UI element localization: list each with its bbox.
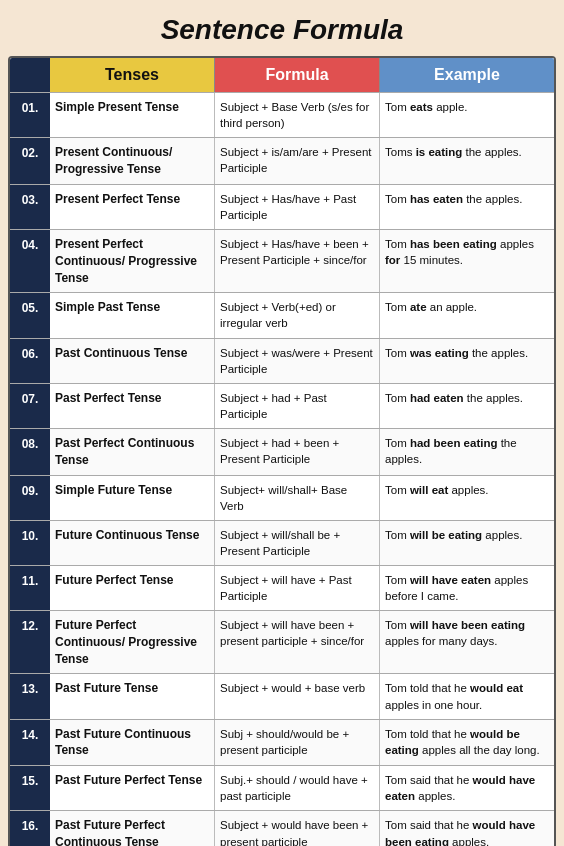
cell-example: Tom said that he would have been eating … <box>380 811 554 846</box>
table-row: 06.Past Continuous TenseSubject + was/we… <box>10 338 554 383</box>
cell-tense: Present Perfect Tense <box>50 185 215 229</box>
cell-formula: Subject + would + base verb <box>215 674 380 718</box>
table-row: 12.Future Perfect Continuous/ Progressiv… <box>10 610 554 673</box>
table-row: 15.Past Future Perfect TenseSubj.+ shoul… <box>10 765 554 810</box>
main-table: Tenses Formula Example 01.Simple Present… <box>8 56 556 846</box>
cell-formula: Subject + was/were + Present Participle <box>215 339 380 383</box>
table-row: 02.Present Continuous/ Progressive Tense… <box>10 137 554 184</box>
cell-number: 01. <box>10 93 50 137</box>
cell-tense: Simple Present Tense <box>50 93 215 137</box>
cell-tense: Past Perfect Continuous Tense <box>50 429 215 475</box>
header-formula: Formula <box>215 58 380 92</box>
cell-example: Tom said that he would have eaten apples… <box>380 766 554 810</box>
cell-example: Tom has eaten the apples. <box>380 185 554 229</box>
cell-number: 12. <box>10 611 50 673</box>
cell-formula: Subject + Verb(+ed) or irregular verb <box>215 293 380 337</box>
cell-formula: Subject + Has/have + Past Participle <box>215 185 380 229</box>
cell-tense: Past Continuous Tense <box>50 339 215 383</box>
cell-formula: Subject + Has/have + been + Present Part… <box>215 230 380 292</box>
cell-example: Tom told that he would be eating apples … <box>380 720 554 766</box>
cell-number: 03. <box>10 185 50 229</box>
cell-formula: Subject+ will/shall+ Base Verb <box>215 476 380 520</box>
cell-formula: Subj.+ should / would have + past partic… <box>215 766 380 810</box>
cell-number: 14. <box>10 720 50 766</box>
cell-example: Toms is eating the apples. <box>380 138 554 184</box>
table-row: 10.Future Continuous TenseSubject + will… <box>10 520 554 565</box>
cell-tense: Future Perfect Continuous/ Progressive T… <box>50 611 215 673</box>
table-row: 14.Past Future Continuous TenseSubj + sh… <box>10 719 554 766</box>
cell-number: 13. <box>10 674 50 718</box>
cell-formula: Subject + Base Verb (s/es for third pers… <box>215 93 380 137</box>
table-row: 03.Present Perfect TenseSubject + Has/ha… <box>10 184 554 229</box>
cell-number: 04. <box>10 230 50 292</box>
cell-example: Tom will eat apples. <box>380 476 554 520</box>
cell-example: Tom will have eaten apples before I came… <box>380 566 554 610</box>
cell-example: Tom told that he would eat apples in one… <box>380 674 554 718</box>
table-row: 09.Simple Future TenseSubject+ will/shal… <box>10 475 554 520</box>
cell-example: Tom was eating the apples. <box>380 339 554 383</box>
cell-tense: Past Future Tense <box>50 674 215 718</box>
cell-formula: Subject + would have been + present part… <box>215 811 380 846</box>
cell-number: 15. <box>10 766 50 810</box>
table-row: 16.Past Future Perfect Continuous TenseS… <box>10 810 554 846</box>
cell-example: Tom will be eating apples. <box>380 521 554 565</box>
table-row: 01.Simple Present TenseSubject + Base Ve… <box>10 92 554 137</box>
cell-tense: Present Perfect Continuous/ Progressive … <box>50 230 215 292</box>
cell-number: 06. <box>10 339 50 383</box>
cell-tense: Simple Past Tense <box>50 293 215 337</box>
cell-number: 11. <box>10 566 50 610</box>
cell-number: 10. <box>10 521 50 565</box>
cell-formula: Subject + had + been + Present Participl… <box>215 429 380 475</box>
cell-number: 08. <box>10 429 50 475</box>
cell-example: Tom will have been eating apples for man… <box>380 611 554 673</box>
cell-tense: Present Continuous/ Progressive Tense <box>50 138 215 184</box>
header-example: Example <box>380 58 554 92</box>
cell-example: Tom has been eating apples for 15 minute… <box>380 230 554 292</box>
table-row: 08.Past Perfect Continuous TenseSubject … <box>10 428 554 475</box>
cell-tense: Past Perfect Tense <box>50 384 215 428</box>
cell-example: Tom had eaten the apples. <box>380 384 554 428</box>
cell-tense: Past Future Perfect Continuous Tense <box>50 811 215 846</box>
cell-tense: Simple Future Tense <box>50 476 215 520</box>
cell-number: 02. <box>10 138 50 184</box>
table-row: 04.Present Perfect Continuous/ Progressi… <box>10 229 554 292</box>
cell-formula: Subject + is/am/are + Present Participle <box>215 138 380 184</box>
cell-number: 16. <box>10 811 50 846</box>
header-tenses: Tenses <box>50 58 215 92</box>
cell-tense: Past Future Perfect Tense <box>50 766 215 810</box>
cell-formula: Subject + had + Past Participle <box>215 384 380 428</box>
table-row: 07.Past Perfect TenseSubject + had + Pas… <box>10 383 554 428</box>
cell-number: 05. <box>10 293 50 337</box>
cell-formula: Subject + will/shall be + Present Partic… <box>215 521 380 565</box>
cell-number: 09. <box>10 476 50 520</box>
table-row: 13.Past Future TenseSubject + would + ba… <box>10 673 554 718</box>
cell-number: 07. <box>10 384 50 428</box>
cell-tense: Past Future Continuous Tense <box>50 720 215 766</box>
cell-tense: Future Continuous Tense <box>50 521 215 565</box>
cell-formula: Subject + will have been + present parti… <box>215 611 380 673</box>
cell-example: Tom had been eating the apples. <box>380 429 554 475</box>
table-header: Tenses Formula Example <box>10 58 554 92</box>
table-row: 11.Future Perfect TenseSubject + will ha… <box>10 565 554 610</box>
cell-example: Tom ate an apple. <box>380 293 554 337</box>
cell-example: Tom eats apple. <box>380 93 554 137</box>
table-row: 05.Simple Past TenseSubject + Verb(+ed) … <box>10 292 554 337</box>
cell-formula: Subj + should/would be + present partici… <box>215 720 380 766</box>
cell-formula: Subject + will have + Past Participle <box>215 566 380 610</box>
page-title: Sentence Formula <box>0 0 564 56</box>
cell-tense: Future Perfect Tense <box>50 566 215 610</box>
header-num <box>10 58 50 92</box>
table-body: 01.Simple Present TenseSubject + Base Ve… <box>10 92 554 846</box>
